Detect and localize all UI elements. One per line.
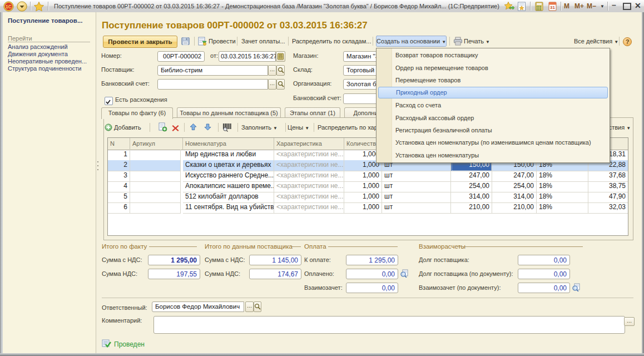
svg-text:1С: 1С <box>6 4 12 9</box>
svg-text:31: 31 <box>550 5 555 10</box>
